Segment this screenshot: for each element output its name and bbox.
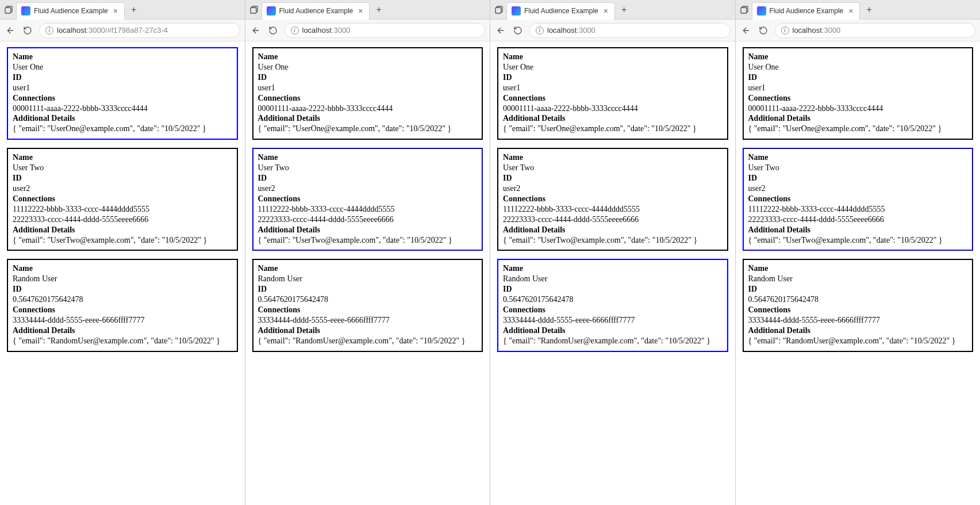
close-icon[interactable]: ×	[602, 7, 610, 15]
user-name-value: Random User	[13, 274, 232, 284]
new-tab-button[interactable]: +	[862, 3, 876, 17]
user-name-value: User One	[748, 62, 968, 72]
url-text: localhost:3000	[547, 26, 595, 35]
user-details-value: { "email": "UserOne@example.com", "date"…	[258, 124, 478, 134]
close-icon[interactable]: ×	[112, 7, 120, 15]
tab-title: Fluid Audience Example	[524, 7, 598, 15]
field-label: Name	[13, 152, 232, 163]
url-input[interactable]: ilocalhost:3000/#f1798a87-27c3-4	[39, 23, 240, 38]
tab-overview-icon[interactable]	[3, 5, 14, 15]
user-details-value: { "email": "UserTwo@example.com", "date"…	[13, 235, 232, 246]
user-card[interactable]: NameRandom UserID0.5647620175642478Conne…	[743, 259, 974, 351]
browser-tab[interactable]: Fluid Audience Example×	[506, 2, 615, 20]
tab-overview-icon[interactable]	[739, 5, 750, 15]
tab-bar: Fluid Audience Example×+	[245, 0, 490, 20]
back-button[interactable]	[740, 25, 752, 36]
user-name-value: User Two	[503, 163, 722, 173]
connection-id: 00001111-aaaa-2222-bbbb-3333cccc4444	[748, 104, 968, 114]
user-name-value: User Two	[13, 163, 232, 173]
back-button[interactable]	[495, 25, 506, 36]
address-bar: ilocalhost:3000/#f1798a87-27c3-4	[0, 20, 245, 41]
user-card[interactable]: NameUser OneIDuser1Connections00001111-a…	[7, 47, 238, 140]
field-label: Additional Details	[13, 225, 232, 235]
user-card[interactable]: NameUser TwoIDuser2Connections11112222-b…	[497, 148, 728, 251]
field-label: ID	[748, 72, 968, 83]
connection-id: 22223333-cccc-4444-dddd-5555eeee6666	[258, 215, 478, 225]
back-button[interactable]	[5, 25, 16, 36]
user-details-value: { "email": "UserOne@example.com", "date"…	[503, 124, 722, 134]
page-content: NameUser OneIDuser1Connections00001111-a…	[245, 41, 490, 505]
url-input[interactable]: ilocalhost:3000	[285, 23, 486, 38]
user-card[interactable]: NameRandom UserID0.5647620175642478Conne…	[252, 259, 483, 351]
user-details-value: { "email": "UserOne@example.com", "date"…	[13, 124, 232, 134]
tab-overview-icon[interactable]	[249, 5, 259, 15]
user-card[interactable]: NameRandom UserID0.5647620175642478Conne…	[497, 259, 728, 351]
new-tab-button[interactable]: +	[617, 3, 631, 17]
tab-bar: Fluid Audience Example×+	[736, 0, 981, 20]
user-id-value: 0.5647620175642478	[258, 294, 478, 305]
user-details-value: { "email": "UserOne@example.com", "date"…	[748, 124, 968, 134]
user-id-value: user1	[748, 83, 968, 93]
field-label: Name	[503, 263, 722, 274]
url-input[interactable]: ilocalhost:3000	[529, 23, 731, 38]
field-label: Name	[13, 263, 232, 274]
field-label: Connections	[13, 305, 232, 315]
site-info-icon[interactable]: i	[781, 26, 789, 35]
browser-tab[interactable]: Fluid Audience Example×	[262, 2, 370, 20]
page-content: NameUser OneIDuser1Connections00001111-a…	[736, 41, 981, 505]
field-label: ID	[748, 173, 968, 183]
browser-tab[interactable]: Fluid Audience Example×	[752, 2, 860, 20]
new-tab-button[interactable]: +	[127, 3, 141, 17]
address-bar: ilocalhost:3000	[245, 20, 490, 41]
field-label: Name	[258, 52, 478, 62]
field-label: Connections	[13, 194, 232, 204]
user-details-value: { "email": "RandomUser@example.com", "da…	[503, 336, 722, 346]
user-card[interactable]: NameRandom UserID0.5647620175642478Conne…	[7, 259, 238, 351]
site-info-icon[interactable]: i	[536, 26, 544, 35]
connection-id: 33334444-dddd-5555-eeee-6666ffff7777	[748, 315, 968, 326]
field-label: Name	[748, 52, 968, 62]
url-text: localhost:3000	[793, 26, 841, 35]
refresh-button[interactable]	[267, 25, 279, 36]
connection-id: 00001111-aaaa-2222-bbbb-3333cccc4444	[258, 104, 478, 114]
refresh-button[interactable]	[758, 25, 769, 36]
user-id-value: user2	[13, 183, 232, 194]
user-card[interactable]: NameUser TwoIDuser2Connections11112222-b…	[7, 148, 238, 251]
field-label: Name	[258, 152, 478, 163]
field-label: Connections	[503, 93, 722, 104]
field-label: Connections	[503, 305, 722, 315]
user-details-value: { "email": "RandomUser@example.com", "da…	[748, 336, 968, 346]
field-label: Additional Details	[13, 113, 232, 124]
svg-rect-10	[741, 7, 747, 13]
user-card[interactable]: NameUser OneIDuser1Connections00001111-a…	[252, 47, 483, 140]
field-label: Name	[748, 152, 968, 163]
user-card[interactable]: NameUser OneIDuser1Connections00001111-a…	[497, 47, 728, 140]
refresh-button[interactable]	[512, 25, 524, 36]
url-input[interactable]: ilocalhost:3000	[775, 23, 976, 38]
close-icon[interactable]: ×	[847, 7, 855, 15]
user-name-value: User One	[258, 62, 478, 72]
refresh-button[interactable]	[22, 25, 33, 36]
user-card[interactable]: NameUser OneIDuser1Connections00001111-a…	[743, 47, 974, 140]
site-info-icon[interactable]: i	[291, 26, 299, 35]
site-info-icon[interactable]: i	[45, 26, 53, 35]
new-tab-button[interactable]: +	[372, 3, 386, 17]
browser-tab[interactable]: Fluid Audience Example×	[16, 2, 125, 20]
field-label: Name	[748, 263, 968, 274]
tab-overview-icon[interactable]	[494, 5, 504, 15]
svg-rect-1	[5, 7, 11, 13]
connection-id: 11112222-bbbb-3333-cccc-4444dddd5555	[258, 204, 478, 215]
user-id-value: user2	[748, 183, 968, 194]
browser-window: Fluid Audience Example×+ilocalhost:3000/…	[0, 0, 245, 505]
field-label: Connections	[748, 93, 968, 104]
field-label: ID	[258, 72, 478, 83]
back-button[interactable]	[250, 25, 262, 36]
close-icon[interactable]: ×	[356, 7, 364, 15]
user-id-value: user1	[258, 83, 478, 93]
connection-id: 22223333-cccc-4444-dddd-5555eeee6666	[13, 215, 232, 225]
user-details-value: { "email": "UserTwo@example.com", "date"…	[258, 235, 478, 246]
user-details-value: { "email": "RandomUser@example.com", "da…	[258, 336, 478, 346]
user-card[interactable]: NameUser TwoIDuser2Connections11112222-b…	[743, 148, 974, 251]
user-card[interactable]: NameUser TwoIDuser2Connections11112222-b…	[252, 148, 483, 251]
field-label: ID	[13, 173, 232, 183]
